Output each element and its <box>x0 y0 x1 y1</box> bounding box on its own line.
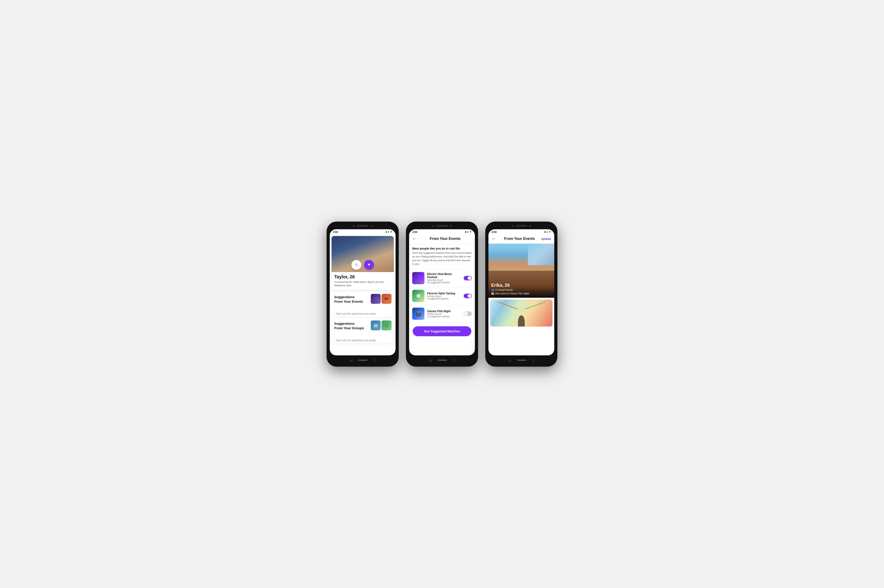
profile3-friends: 👥 3 mutual friends <box>491 288 552 291</box>
intro-body: You'll see suggested matches from your e… <box>412 251 472 266</box>
back-nav-button[interactable]: ◁ <box>350 358 352 362</box>
intro-title: Meet people like you do in real life. <box>412 247 472 250</box>
event-item-3[interactable]: Classic Film Night Friday, Aug 20 12 sug… <box>409 305 475 323</box>
concert-icon: 🎵 <box>371 294 381 304</box>
profile3-overlay: Erika, 26 👥 3 mutual friends 📅 Also went… <box>489 280 554 298</box>
see-matches-button[interactable]: See Suggested Matches <box>413 326 471 336</box>
wifi-icon-3: ▼ <box>549 231 551 233</box>
suggestions-events-card[interactable]: Suggestions From Your Events 🎵 🍽 Tap to … <box>332 292 394 317</box>
phone-2-bottom-nav: ◁ □ <box>409 357 475 363</box>
event-2-matches: 8 suggested matches <box>427 297 461 300</box>
camera-dot-4 <box>450 225 452 227</box>
wifi-icon: ▼ <box>390 231 392 233</box>
screen-3-title: From Your Events <box>498 237 541 241</box>
camera-dot-2 <box>371 225 372 227</box>
phone-3-bottom-nav: ◁ □ <box>489 357 554 363</box>
speaker-bar-3 <box>516 225 527 226</box>
phone-3-screen: 2:04 ■ ● ▼ ← From Your Events Update <box>489 229 554 356</box>
battery-icon-3: ■ <box>544 231 546 233</box>
event-1-toggle[interactable] <box>464 276 472 280</box>
back-button-3[interactable]: ← <box>492 237 496 241</box>
phone-1: 2:04 ■ ● ▼ ✕ ♥ Taylor, 26 3 mutual frien… <box>326 222 399 367</box>
profile-name: Taylor, 26 <box>334 274 391 279</box>
event-3-image <box>412 308 424 320</box>
friends-icon: 👥 <box>491 288 494 291</box>
status-bar-1: 2:04 ■ ● ▼ <box>330 229 395 234</box>
event-3-toggle[interactable] <box>464 312 472 316</box>
status-time-1: 2:04 <box>333 231 338 233</box>
event-2-image <box>412 290 424 302</box>
event-image-1: 🎵 <box>371 294 381 304</box>
recents-nav-button-3[interactable]: □ <box>532 358 534 362</box>
phone-3: 2:04 ■ ● ▼ ← From Your Events Update <box>485 222 558 367</box>
profile-card[interactable]: ✕ ♥ Taylor, 26 3 mutual friends: Hilda H… <box>332 236 394 290</box>
profile-action-buttons: ✕ ♥ <box>352 260 374 270</box>
profile-info: Taylor, 26 3 mutual friends: Hilda Harri… <box>332 272 394 290</box>
status-bar-3: 2:04 ■ ● ▼ <box>489 229 554 234</box>
phone-2: 2:04 ■ ● ▼ ← From Your Events Meet peopl… <box>406 222 478 367</box>
status-bar-2: 2:04 ■ ● ▼ <box>409 229 475 234</box>
music-icon <box>412 272 424 284</box>
film-icon <box>412 308 424 320</box>
home-nav-button-2[interactable] <box>438 360 447 361</box>
status-icons-3: ■ ● ▼ <box>544 231 551 233</box>
event-1-date: Saturday, Aug 2 <box>427 279 461 281</box>
like-button[interactable]: ♥ <box>364 260 374 270</box>
event-1-details: Electric Heat Music Festival Saturday, A… <box>427 273 461 284</box>
event-3-date: Friday, Aug 20 <box>427 313 461 315</box>
nature-icon: 🌿 <box>382 321 391 330</box>
dislike-button[interactable]: ✕ <box>352 260 361 270</box>
recents-nav-button[interactable]: □ <box>374 358 376 362</box>
event-2-date: Sunday, Aug 6 <box>427 295 461 297</box>
signal-icon-3: ● <box>547 231 548 233</box>
suggestions-groups-images: 🏢 🌿 <box>371 321 391 330</box>
wifi-icon-2: ▼ <box>469 231 472 233</box>
home-nav-button[interactable] <box>358 360 367 361</box>
event-3-matches: 12 suggested matches <box>427 315 461 318</box>
food-icon-2 <box>412 290 424 302</box>
status-icons-2: ■ ● ▼ <box>465 231 472 233</box>
screen-2-title: From Your Events <box>419 237 472 241</box>
status-time-2: 2:04 <box>412 231 417 233</box>
event-image-2: 🍽 <box>382 294 391 304</box>
camera-dot <box>353 225 355 227</box>
suggestions-events-images: 🎵 🍽 <box>371 294 391 304</box>
speaker-bar-2 <box>436 225 448 226</box>
phone-2-screen: 2:04 ■ ● ▼ ← From Your Events Meet peopl… <box>409 229 475 356</box>
camera-dot-5 <box>512 225 513 227</box>
profile3-second-image <box>490 300 552 327</box>
event-1-image <box>412 272 424 284</box>
event-2-details: Farm-to-Table Tasting Sunday, Aug 6 8 su… <box>427 292 461 300</box>
status-time-3: 2:04 <box>492 231 496 233</box>
back-button-2[interactable]: ← <box>412 237 416 241</box>
recents-nav-button-2[interactable]: □ <box>453 358 455 362</box>
event-3-name: Classic Film Night <box>427 310 461 313</box>
event-1-matches: 26 suggested matches <box>427 281 461 284</box>
event-1-name: Electric Heat Music Festival <box>427 273 461 279</box>
home-nav-button-3[interactable] <box>517 360 526 361</box>
phone-1-screen: 2:04 ■ ● ▼ ✕ ♥ Taylor, 26 3 mutual frien… <box>330 229 395 356</box>
profile3-image: Erika, 26 👥 3 mutual friends 📅 Also went… <box>489 244 554 298</box>
suggestions-events-tap: Tap to see 20+ people from your events <box>334 311 391 315</box>
event-item-1[interactable]: Electric Heat Music Festival Saturday, A… <box>409 269 475 287</box>
battery-icon-2: ■ <box>465 231 466 233</box>
camera-dot-3 <box>432 225 434 227</box>
back-nav-button-2[interactable]: ◁ <box>429 358 431 362</box>
food-icon: 🍽 <box>382 294 391 304</box>
profile3-name: Erika, 26 <box>491 283 552 288</box>
suggestions-groups-tap: Tap to see 15+ people from your groups <box>334 338 391 342</box>
building-icon: 🏢 <box>371 321 381 330</box>
calendar-icon: 📅 <box>491 292 494 295</box>
speaker-bar <box>357 225 368 226</box>
back-nav-button-3[interactable]: ◁ <box>508 358 511 362</box>
event-item-2[interactable]: Farm-to-Table Tasting Sunday, Aug 6 8 su… <box>409 287 475 305</box>
screen-2-header: ← From Your Events <box>409 234 475 244</box>
camera-dot-6 <box>529 225 531 227</box>
suggestions-groups-card[interactable]: Suggestions From Your Groups 🏢 🌿 Tap to … <box>332 318 394 344</box>
cloth-photo <box>490 300 552 327</box>
update-button[interactable]: Update <box>541 237 551 240</box>
group-image-2: 🌿 <box>382 321 391 330</box>
signal-icon-2: ● <box>467 231 469 233</box>
profile-mutual-friends: 3 mutual friends: Hilda Harris, Bryce Le… <box>334 280 391 287</box>
event-2-toggle[interactable] <box>464 294 472 298</box>
